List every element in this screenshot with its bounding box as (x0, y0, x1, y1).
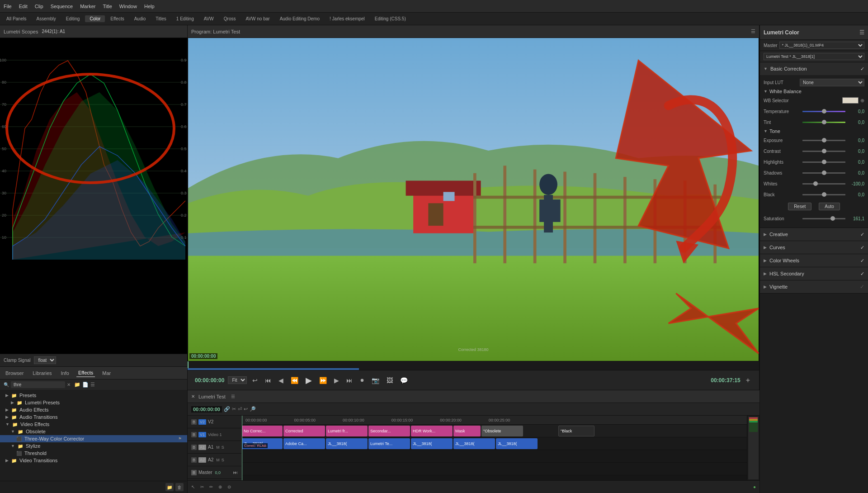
whites-slider[interactable] (802, 183, 845, 185)
tool-pen[interactable]: ✏ (209, 484, 213, 489)
v1-clip-3[interactable]: Lumetri Te... (368, 438, 410, 449)
v1-clip-2[interactable]: JL__3818( (326, 438, 368, 449)
v1-clip-6[interactable]: JL__3818( (496, 438, 538, 449)
creative-header[interactable]: ▶ Creative ✓ (760, 228, 868, 241)
tint-thumb[interactable] (822, 120, 826, 124)
go-to-in-btn[interactable]: ⏺ (358, 377, 366, 384)
ws-tab-effects[interactable]: Effects (106, 15, 128, 22)
exposure-slider[interactable] (802, 140, 845, 141)
monitor-settings-icon[interactable]: ☰ (751, 28, 755, 34)
shadows-slider[interactable] (802, 172, 845, 174)
whites-thumb[interactable] (813, 181, 818, 186)
master-end-btn[interactable]: ⏭ (233, 470, 238, 475)
tab-browser[interactable]: Browser (4, 370, 25, 377)
wb-color-box[interactable] (842, 97, 859, 104)
tree-obsolete[interactable]: ▼ 📁 Obsolete (0, 428, 187, 435)
contrast-slider[interactable] (802, 151, 845, 152)
tab-info[interactable]: Info (59, 370, 71, 377)
tree-lumetri-presets[interactable]: ▶ 📁 Lumetri Presets (0, 399, 187, 406)
v1-clip-1[interactable]: Adobe Ca... (283, 438, 325, 449)
wb-eyedropper-icon[interactable]: ⊕ (860, 98, 864, 104)
saturation-slider[interactable] (802, 218, 845, 219)
exposure-thumb[interactable] (822, 138, 826, 142)
color-wheels-enabled[interactable]: ✓ (860, 258, 864, 264)
tab-libraries[interactable]: Libraries (31, 370, 53, 377)
menu-title[interactable]: Title (103, 4, 112, 9)
highlights-slider[interactable] (802, 161, 845, 163)
timeline-tool1[interactable]: 🔗 (224, 406, 230, 412)
step-fwd-btn[interactable]: ⏭ (344, 376, 354, 385)
tree-stylize[interactable]: ▼ 📁 Stylize (0, 442, 187, 450)
tree-video-transitions[interactable]: ▶ 📁 Video Transitions (0, 457, 187, 464)
loop-btn[interactable]: ↩ (250, 376, 259, 385)
sequence-dropdown[interactable]: Lumetri Test * JL__3818[1] (764, 53, 864, 60)
frame-fwd-btn[interactable]: ▶ (332, 376, 341, 385)
delete-btn[interactable]: 🗑 (175, 483, 184, 491)
ws-tab-editing[interactable]: Editing (61, 15, 85, 22)
scopes-tab-active[interactable]: 2442(1): A1 (42, 29, 65, 34)
reset-button[interactable]: Reset (788, 203, 811, 210)
fit-dropdown[interactable]: Fit (228, 376, 247, 384)
clamp-type-select[interactable]: float (34, 356, 56, 364)
timeline-tool4[interactable]: ↩ (244, 406, 248, 412)
ws-tab-avw[interactable]: AVW (199, 15, 218, 22)
v1-clip-4[interactable]: JL__3818( (411, 438, 453, 449)
tree-video-effects[interactable]: ▼ 📁 Video Effects (0, 421, 187, 428)
tab-effects[interactable]: Effects (76, 369, 95, 377)
timeline-tool5[interactable]: 🔎 (250, 406, 256, 412)
color-wheels-header[interactable]: ▶ Color Wheels ✓ (760, 254, 868, 267)
input-lut-select[interactable]: None (800, 79, 864, 86)
timeline-content[interactable]: 00:00:00:00 00:00:05:00 00:00:10:00 00:0… (242, 416, 747, 480)
v1-clip-0[interactable]: JL__3818( Correc: RLAB (242, 438, 283, 449)
creative-enabled[interactable]: ✓ (860, 232, 864, 237)
timeline-tool3[interactable]: ⏎ (238, 406, 242, 412)
tree-audio-effects[interactable]: ▶ 📁 Audio Effects (0, 406, 187, 413)
menu-clip[interactable]: Clip (35, 4, 43, 9)
clear-search-icon[interactable]: ✕ (67, 382, 71, 387)
tab-mar[interactable]: Mar (100, 370, 113, 377)
temperature-slider[interactable] (802, 111, 845, 112)
clip-secondary[interactable]: Secondar... (368, 426, 410, 436)
effects-search-input[interactable] (11, 381, 65, 388)
contrast-thumb[interactable] (822, 149, 826, 153)
clip-lumetri-fr[interactable]: Lumetri fr... (326, 426, 368, 436)
marker-btn[interactable]: 💬 (398, 376, 410, 385)
tool-zoom-out[interactable]: ⊖ (227, 484, 231, 489)
clip-black[interactable]: "Black (558, 426, 594, 436)
tree-audio-transitions[interactable]: ▶ 📁 Audio Transitions (0, 413, 187, 421)
temperature-thumb[interactable] (822, 109, 826, 114)
new-folder-btn[interactable]: 📁 (165, 483, 174, 491)
clip-hdr-work[interactable]: HDR Work... (411, 426, 453, 436)
hsl-secondary-enabled[interactable]: ✓ (860, 271, 864, 277)
tool-razor[interactable]: ✂ (200, 484, 204, 489)
monitor-scrubber[interactable] (188, 361, 759, 370)
timeline-tool2[interactable]: ✂ (232, 406, 236, 412)
curves-header[interactable]: ▶ Curves ✓ (760, 241, 868, 254)
vignette-header[interactable]: ▶ Vignette ✓ (760, 280, 868, 293)
camera-btn[interactable]: 📷 (370, 376, 381, 385)
ws-tab-color[interactable]: Color (85, 15, 105, 22)
clip-obsolete[interactable]: "Obsolete (481, 426, 523, 436)
ws-tab-qross[interactable]: Qross (219, 15, 241, 22)
clip-source-dropdown[interactable]: * JL__3818(1)_01.MP4 (779, 42, 864, 49)
play-btn[interactable]: ▶ (304, 374, 314, 386)
timeline-playhead[interactable] (242, 416, 242, 480)
clip-mask[interactable]: Mask (453, 426, 481, 436)
tool-zoom-in[interactable]: ⊕ (218, 484, 222, 489)
menu-marker[interactable]: Marker (80, 4, 95, 9)
shadows-thumb[interactable] (822, 171, 826, 175)
curves-enabled[interactable]: ✓ (860, 245, 864, 251)
menu-file[interactable]: File (4, 4, 12, 9)
tree-presets[interactable]: ▶ 📁 Presets (0, 392, 187, 399)
black-slider[interactable] (802, 194, 845, 195)
auto-button[interactable]: Auto (819, 203, 840, 210)
tree-threshold[interactable]: ⬛ Threshold (0, 450, 187, 457)
export-frame-btn[interactable]: 🖼 (385, 376, 395, 385)
menu-edit[interactable]: Edit (19, 4, 28, 9)
highlights-thumb[interactable] (822, 160, 826, 164)
frame-back-btn[interactable]: ◀ (277, 376, 285, 385)
vignette-disabled-icon[interactable]: ✓ (860, 284, 864, 290)
ws-tab-all-panels[interactable]: All Panels (2, 15, 31, 22)
add-track-btn[interactable]: + (744, 375, 752, 385)
ff-btn[interactable]: ⏩ (317, 376, 329, 385)
